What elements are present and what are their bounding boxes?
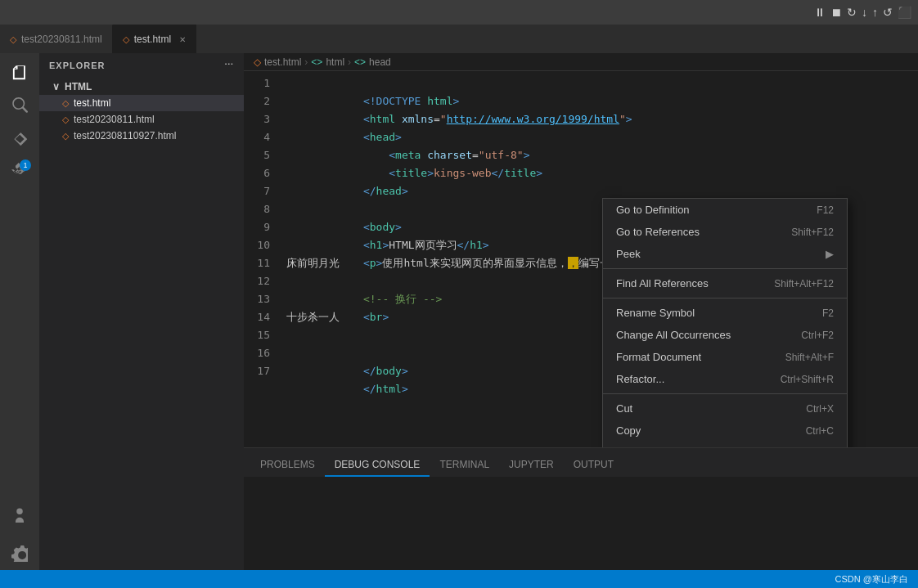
- tab-test20230811[interactable]: ◇ test20230811.html: [0, 25, 113, 53]
- breadcrumb: ◇ test.html › <> html › <> head: [244, 53, 918, 71]
- html-file-icon: ◇: [62, 114, 69, 125]
- file-icon: ◇: [10, 34, 16, 45]
- menu-separator-2: [603, 298, 847, 298]
- menu-peek[interactable]: Peek ▶: [603, 243, 847, 265]
- file-icon: ◇: [123, 34, 129, 45]
- tab-close-button[interactable]: ✕: [179, 35, 186, 44]
- menu-item-label: Rename Symbol: [616, 307, 695, 319]
- folder-label: HTML: [65, 81, 92, 92]
- sidebar-title: Explorer: [49, 61, 106, 70]
- menu-goto-definition[interactable]: Go to Definition F12: [603, 199, 847, 221]
- html-file-icon: ◇: [62, 131, 69, 141]
- panel-content: [244, 477, 918, 570]
- menu-format-document[interactable]: Format Document Shift+Alt+F: [603, 346, 847, 368]
- sidebar-section: ∨ HTML ◇ test.html ◇ test20230811.html ◇…: [39, 77, 244, 146]
- menu-item-label: Paste: [616, 447, 643, 447]
- step-into-icon[interactable]: ↑: [872, 6, 878, 19]
- menu-goto-references[interactable]: Go to References Shift+F12: [603, 221, 847, 243]
- stop-icon[interactable]: ⏹: [830, 6, 842, 19]
- status-bar-text: CSDN @寒山李白: [835, 573, 908, 586]
- panel-tab-label: OUTPUT: [574, 459, 614, 470]
- sidebar-file-test[interactable]: ◇ test.html: [39, 95, 244, 111]
- menu-shortcut: Ctrl+F2: [801, 330, 834, 341]
- menu-shortcut: Shift+Alt+F: [785, 352, 834, 363]
- menu-find-references[interactable]: Find All References Shift+Alt+F12: [603, 272, 847, 294]
- sidebar-header: Explorer ⋯: [39, 53, 244, 77]
- tabs-bar: ◇ test20230811.html ◇ test.html ✕: [0, 25, 918, 53]
- menu-shortcut: Ctrl+C: [806, 425, 834, 437]
- tab-label: test.html: [134, 34, 171, 45]
- panel-tab-label: TERMINAL: [439, 459, 489, 470]
- breadcrumb-head-icon: <>: [354, 56, 366, 68]
- chevron-down-icon: ∨: [52, 81, 60, 92]
- sidebar-file-test202308110927[interactable]: ◇ test202308110927.html: [39, 128, 244, 144]
- settings-icon[interactable]: [7, 541, 33, 567]
- git-icon[interactable]: [7, 125, 33, 151]
- breadcrumb-html[interactable]: html: [326, 56, 344, 68]
- sidebar-file-test20230811[interactable]: ◇ test20230811.html: [39, 111, 244, 128]
- sidebar-header-icons: ⋯: [224, 60, 234, 70]
- extensions-icon[interactable]: 1: [7, 158, 33, 184]
- file-name: test.html: [74, 97, 110, 109]
- menu-copy[interactable]: Copy Ctrl+C: [603, 420, 847, 442]
- panel-tab-terminal[interactable]: TERMINAL: [430, 454, 499, 477]
- menu-item-label: Copy: [616, 424, 641, 437]
- menu-shortcut: F2: [822, 307, 834, 319]
- menu-item-label: Find All References: [616, 277, 709, 290]
- code-line-1: <!DOCTYPE html>: [286, 74, 918, 92]
- extension-badge: 1: [20, 159, 31, 171]
- menu-item-label: Peek: [616, 248, 641, 260]
- menu-shortcut: Ctrl+X: [806, 403, 834, 415]
- close-icon[interactable]: ⬛: [898, 6, 911, 19]
- sidebar: Explorer ⋯ ∨ HTML ◇ test.html ◇ test2023…: [39, 53, 244, 570]
- explorer-icon[interactable]: [7, 60, 33, 86]
- file-name: test202308110927.html: [74, 130, 176, 141]
- menu-shortcut: Shift+F12: [791, 227, 834, 238]
- submenu-arrow: ▶: [826, 248, 834, 260]
- menu-cut[interactable]: Cut Ctrl+X: [603, 397, 847, 420]
- menu-item-label: Refactor...: [616, 373, 664, 385]
- panel-tab-label: PROBLEMS: [260, 459, 315, 470]
- new-file-icon[interactable]: ⋯: [224, 60, 234, 70]
- account-icon[interactable]: [7, 501, 33, 527]
- menu-item-label: Cut: [616, 402, 632, 415]
- search-icon[interactable]: [7, 92, 33, 119]
- panel-tabs: PROBLEMS DEBUG CONSOLE TERMINAL JUPYTER …: [244, 448, 918, 477]
- menu-rename-symbol[interactable]: Rename Symbol F2: [603, 302, 847, 324]
- menu-paste[interactable]: Paste Ctrl+V: [603, 442, 847, 447]
- menu-change-occurrences[interactable]: Change All Occurrences Ctrl+F2: [603, 324, 847, 346]
- breadcrumb-html-icon: <>: [311, 56, 322, 68]
- bottom-panel: PROBLEMS DEBUG CONSOLE TERMINAL JUPYTER …: [244, 447, 918, 570]
- continue-icon[interactable]: ↺: [883, 6, 893, 19]
- step-over-icon[interactable]: ↓: [862, 6, 867, 19]
- menu-separator-1: [603, 268, 847, 269]
- code-editor[interactable]: 12345 678910 1112131415 1617 <!DOCTYPE h…: [244, 71, 918, 447]
- panel-tab-jupyter[interactable]: JUPYTER: [499, 454, 564, 477]
- file-name: test20230811.html: [74, 114, 155, 125]
- sidebar-folder-html[interactable]: ∨ HTML: [39, 79, 244, 95]
- panel-tab-output[interactable]: OUTPUT: [564, 454, 623, 477]
- menu-item-label: Go to References: [616, 226, 700, 238]
- status-bar: CSDN @寒山李白: [0, 570, 918, 588]
- panel-tab-label: DEBUG CONSOLE: [335, 459, 421, 470]
- breadcrumb-file[interactable]: test.html: [264, 56, 301, 68]
- restart-icon[interactable]: ↻: [847, 6, 857, 19]
- html-file-icon: ◇: [62, 98, 69, 109]
- menu-refactor[interactable]: Refactor... Ctrl+Shift+R: [603, 368, 847, 390]
- activity-bar: 1: [0, 53, 39, 570]
- line-numbers: 12345 678910 1112131415 1617: [244, 71, 277, 447]
- tab-test[interactable]: ◇ test.html ✕: [113, 25, 196, 53]
- context-menu: Go to Definition F12 Go to References Sh…: [602, 198, 848, 447]
- menu-shortcut: Shift+Alt+F12: [774, 278, 834, 290]
- menu-item-label: Format Document: [616, 351, 701, 363]
- panel-tab-problems[interactable]: PROBLEMS: [250, 454, 325, 477]
- menu-shortcut: Ctrl+V: [806, 447, 834, 448]
- pause-icon[interactable]: ⏸: [814, 6, 826, 19]
- tab-label: test20230811.html: [21, 34, 102, 45]
- panel-tab-label: JUPYTER: [509, 459, 554, 470]
- panel-tab-debug-console[interactable]: DEBUG CONSOLE: [325, 454, 430, 477]
- breadcrumb-head[interactable]: head: [369, 56, 391, 68]
- menu-item-label: Change All Occurrences: [616, 329, 731, 341]
- title-bar: ⏸ ⏹ ↻ ↓ ↑ ↺ ⬛: [0, 0, 918, 25]
- editor-area: ◇ test.html › <> html › <> head 12345 67…: [244, 53, 918, 570]
